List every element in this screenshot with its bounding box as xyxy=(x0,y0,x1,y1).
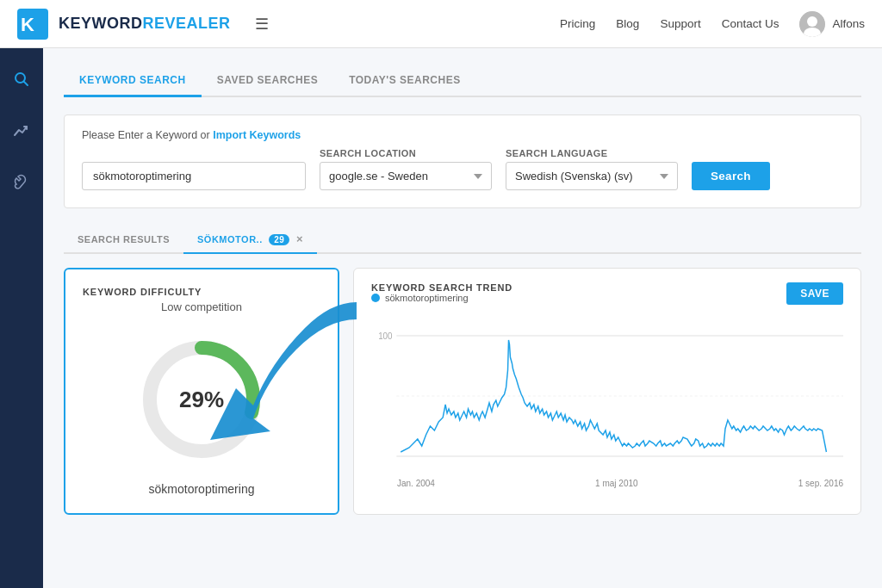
support-link[interactable]: Support xyxy=(660,17,700,30)
keyword-search-tab[interactable]: KEYWORD SEARCH xyxy=(64,65,202,97)
logo-text: KEYWORDREVEALER xyxy=(59,15,231,33)
language-label: Search Language xyxy=(506,148,678,158)
menu-hamburger[interactable]: ☰ xyxy=(255,15,269,34)
difficulty-title: KEYWORD DIFFICULTY xyxy=(83,287,202,297)
avatar xyxy=(799,11,825,37)
svg-point-3 xyxy=(807,16,817,27)
trend-legend: sökmotoroptimering xyxy=(371,293,512,303)
difficulty-percentage: 29% xyxy=(179,387,224,413)
logo-icon: K xyxy=(17,9,48,40)
main-tabs: KEYWORD SEARCH SAVED SEARCHES TODAY'S SE… xyxy=(64,65,861,97)
difficulty-keyword: sökmotoroptimering xyxy=(149,482,255,496)
logo-area: K KEYWORDREVEALER ☰ xyxy=(17,9,269,40)
search-form-label: Please Enter a Keyword or Import Keyword… xyxy=(82,129,843,141)
location-input-group: Search Location google.se - Sweden xyxy=(320,148,492,190)
legend-label: sökmotoroptimering xyxy=(385,293,469,303)
sidebar-item-search[interactable] xyxy=(8,65,35,93)
difficulty-card: KEYWORD DIFFICULTY Low competition 29% s… xyxy=(64,268,339,515)
sokmotor-tab[interactable]: SÖKMOTOR.. 29 × xyxy=(183,226,317,254)
keyword-input[interactable] xyxy=(82,162,306,190)
svg-line-6 xyxy=(24,82,28,86)
nav-right: Pricing Blog Support Contact Us Alfons xyxy=(560,11,865,37)
language-select[interactable]: Swedish (Svenska) (sv) xyxy=(506,162,678,190)
chart-label-2016: 1 sep. 2016 xyxy=(798,479,843,488)
trend-title-area: KEYWORD SEARCH TREND sökmotoroptimering xyxy=(371,282,512,312)
chart-label-2004: Jan. 2004 xyxy=(397,479,435,488)
search-results-tab[interactable]: SEARCH RESULTS xyxy=(64,227,183,253)
blog-link[interactable]: Blog xyxy=(616,17,639,30)
chart-labels: Jan. 2004 1 maj 2010 1 sep. 2016 xyxy=(371,477,843,488)
chart-label-2010: 1 maj 2010 xyxy=(595,479,637,488)
top-navigation: K KEYWORDREVEALER ☰ Pricing Blog Support… xyxy=(0,0,882,48)
donut-chart: 29% xyxy=(133,331,270,468)
close-tab-button[interactable]: × xyxy=(296,232,303,245)
svg-text:100: 100 xyxy=(378,331,393,341)
sokmotor-badge: 29 xyxy=(269,234,289,245)
location-select[interactable]: google.se - Sweden xyxy=(320,162,492,190)
sidebar xyxy=(0,48,43,588)
saved-searches-tab[interactable]: SAVED SEARCHES xyxy=(202,65,333,97)
search-button[interactable]: Search xyxy=(692,162,770,190)
location-label: Search Location xyxy=(320,148,492,158)
sidebar-item-trends[interactable] xyxy=(8,117,35,145)
trend-card: KEYWORD SEARCH TREND sökmotoroptimering … xyxy=(353,268,861,515)
search-inputs: Search Location google.se - Sweden Searc… xyxy=(82,148,843,190)
user-name: Alfons xyxy=(832,17,865,30)
results-tabs: SEARCH RESULTS SÖKMOTOR.. 29 × xyxy=(64,226,861,254)
pricing-link[interactable]: Pricing xyxy=(560,17,595,30)
trend-title: KEYWORD SEARCH TREND xyxy=(371,282,512,293)
results-grid: KEYWORD DIFFICULTY Low competition 29% s… xyxy=(64,268,861,515)
difficulty-subtitle: Low competition xyxy=(161,300,242,313)
main-content: KEYWORD SEARCH SAVED SEARCHES TODAY'S SE… xyxy=(43,48,882,588)
language-input-group: Search Language Swedish (Svenska) (sv) xyxy=(506,148,678,190)
save-button[interactable]: SAVE xyxy=(786,282,843,305)
todays-searches-tab[interactable]: TODAY'S SEARCHES xyxy=(333,65,476,97)
search-section: Please Enter a Keyword or Import Keyword… xyxy=(64,115,861,208)
sokmotor-tab-label: SÖKMOTOR.. xyxy=(197,234,263,244)
import-keywords-link[interactable]: Import Keywords xyxy=(213,129,301,141)
legend-dot xyxy=(371,294,380,302)
contact-link[interactable]: Contact Us xyxy=(722,17,780,30)
svg-text:K: K xyxy=(21,14,34,35)
trend-header: KEYWORD SEARCH TREND sökmotoroptimering … xyxy=(371,282,843,312)
main-layout: KEYWORD SEARCH SAVED SEARCHES TODAY'S SE… xyxy=(0,48,882,588)
sidebar-item-tools[interactable] xyxy=(8,169,35,196)
user-area[interactable]: Alfons xyxy=(799,11,865,37)
chart-area: 100 Jan. 2004 1 maj 2010 1 sep. 2016 xyxy=(371,319,843,491)
keyword-input-group xyxy=(82,162,306,190)
